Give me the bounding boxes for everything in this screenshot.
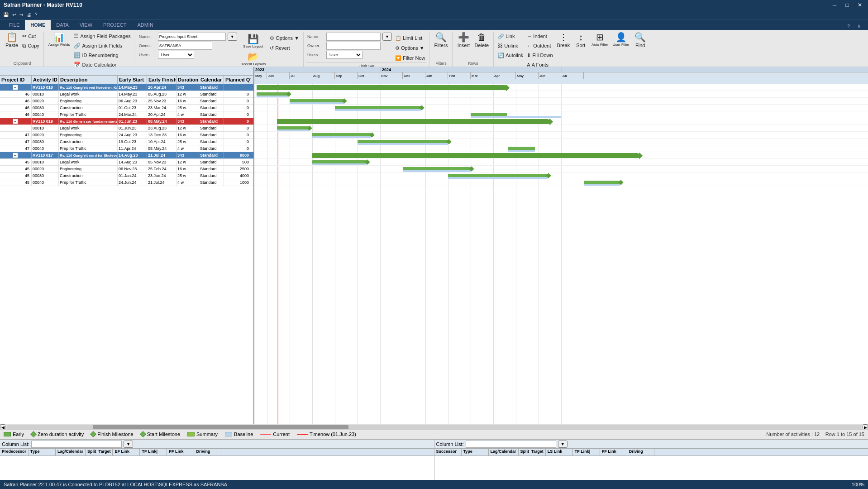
table-row[interactable]: 47 00020 Engineering 24.Aug.23 13.Dec.23…	[0, 132, 253, 139]
filter-now-button[interactable]: 🔽 Filter Now	[394, 53, 427, 62]
layout-users-select[interactable]: User	[158, 51, 194, 59]
assign-fields-button[interactable]: 📊 Assign Fields	[47, 32, 72, 48]
delete-button[interactable]: 🗑 Delete	[472, 32, 491, 49]
tab-project[interactable]: PROJECT	[98, 20, 132, 30]
table-row[interactable]: 47 00040 Prep for Traffic 11.Apr.24 08.M…	[0, 145, 253, 152]
qa-redo[interactable]: ↪	[18, 12, 24, 18]
column-list-input-left[interactable]	[31, 441, 122, 448]
layouts-options-button[interactable]: ⚙ Options ▼	[268, 34, 300, 43]
user-filter-button[interactable]: 👤 User Filter	[611, 32, 631, 48]
tab-admin[interactable]: ADMIN	[132, 20, 158, 30]
outdent-icon: ←	[527, 43, 532, 48]
table-row[interactable]: 46 00040 Prep for Traffic 24.Mar.24 20.A…	[0, 111, 253, 118]
predecessor-col: Predecessor	[0, 449, 29, 455]
cut-button[interactable]: ✂ Cut	[21, 32, 41, 41]
expand-icon[interactable]: −	[13, 119, 18, 124]
qa-print[interactable]: 🖨	[25, 12, 33, 18]
horizontal-scrollbar[interactable]	[7, 425, 861, 429]
filters-icon: 🔍	[435, 33, 447, 42]
scrollbar-thumb[interactable]	[93, 425, 349, 429]
copy-button[interactable]: ⧉ Copy	[21, 41, 41, 50]
tab-data[interactable]: DATA	[51, 20, 74, 30]
layout-owner-input[interactable]	[158, 42, 212, 50]
table-row[interactable]: 47 00030 Construction 19.Oct.23 10.Apr.2…	[0, 139, 253, 145]
fill-down-button[interactable]: ⬇ Fill Down	[525, 51, 554, 60]
table-row[interactable]: 00010 Legal work 01.Jun.23 23.Aug.23 12 …	[0, 125, 253, 132]
qa-help[interactable]: ?	[33, 12, 39, 18]
table-row[interactable]: 46 00030 Construction 01.Oct.23 23.Mar.2…	[0, 105, 253, 111]
table-row[interactable]: 45 00020 Engineering 06.Nov.23 25.Feb.24…	[0, 166, 253, 173]
unlink-button[interactable]: ⛓ Unlink	[496, 41, 525, 50]
outdent-button[interactable]: ← Outdent	[525, 41, 554, 50]
table-row[interactable]: − RV110 018 Rv. 110 Gangfelt ved Norveie…	[0, 84, 253, 91]
column-list-input-right[interactable]	[466, 441, 556, 448]
column-list-dropdown-right[interactable]: ▼	[558, 441, 568, 448]
limit-users-select[interactable]: User	[326, 51, 362, 59]
gantt-time-header: 2023 2024 May Jun Jul Aug Sep Oct Nov De…	[254, 67, 868, 84]
split-target-col: Split_Target	[86, 449, 113, 455]
qa-save[interactable]: 💾	[2, 12, 10, 18]
successor-col: Successor	[434, 449, 462, 455]
ls-link-col: LS Link	[546, 449, 573, 455]
tab-home[interactable]: HOME	[25, 20, 51, 30]
table-row[interactable]: − RV110 019 Rv. 110 Ørmen sør fundamenta…	[0, 118, 253, 125]
insert-icon: ➕	[458, 33, 469, 42]
gantt-bar-row	[254, 179, 868, 186]
expand-icon[interactable]: −	[13, 153, 18, 158]
finish-milestone-diamond	[90, 431, 96, 437]
table-row[interactable]: 45 00040 Prep for Traffic 24.Jun.24 21.J…	[0, 179, 253, 186]
sort-button[interactable]: ↕ Sort	[572, 32, 589, 49]
table-row[interactable]: 46 00010 Legal work 14.May.23 05.Aug.23 …	[0, 91, 253, 98]
activity-count: Number of activities : 12	[766, 431, 820, 437]
scroll-right-button[interactable]: ▶	[863, 424, 868, 430]
year-2023: 2023	[254, 67, 381, 72]
table-row[interactable]: 45 00030 Construction 01.Jan.24 23.Jun.2…	[0, 173, 253, 179]
auto-filter-button[interactable]: ⊞ Auto Filter	[590, 32, 610, 48]
autolink-button[interactable]: 🔄 Autolink	[496, 51, 525, 60]
break-button[interactable]: ⋮ Break	[555, 32, 572, 49]
recent-layouts-button[interactable]: 📂 Recent Layouts	[239, 51, 268, 67]
table-row[interactable]: − RV110 017 Rv. 110 Gangfelt nord for Sk…	[0, 152, 253, 159]
insert-button[interactable]: ➕ Insert	[455, 32, 472, 49]
limit-options-icon: ⚙	[395, 45, 400, 51]
limit-list-button[interactable]: 📋 Limit List	[394, 34, 427, 43]
revert-button[interactable]: ↺ Revert	[268, 43, 300, 53]
scroll-left-button[interactable]: ◀	[0, 424, 5, 430]
find-button[interactable]: 🔍 Find	[632, 32, 649, 49]
window-controls[interactable]: ─ □ ✕	[830, 2, 864, 8]
limit-owner-input[interactable]	[326, 42, 381, 50]
gantt-baseline-bar	[448, 177, 548, 179]
expand-icon[interactable]: −	[13, 85, 18, 90]
paste-button[interactable]: 📋 Paste	[4, 32, 20, 49]
ribbon-minimize[interactable]: ∧	[854, 22, 864, 30]
layout-name-dropdown[interactable]: ▼	[228, 33, 237, 41]
limit-options-button[interactable]: ⚙ Options ▼	[394, 43, 427, 53]
limit-name-input[interactable]	[326, 33, 381, 41]
assign-link-fields-button[interactable]: 🔗 Assign Link Fields	[72, 41, 132, 50]
column-list-dropdown-left[interactable]: ▼	[124, 441, 133, 448]
limit-name-dropdown[interactable]: ▼	[382, 33, 392, 41]
tab-file[interactable]: FILE	[4, 20, 25, 30]
ribbon-help[interactable]: ?	[844, 23, 854, 30]
layout-name-input[interactable]	[158, 33, 226, 41]
predecessor-panel-body	[0, 456, 434, 480]
id-renumbering-button[interactable]: 🔢 ID Renumbering	[72, 51, 132, 60]
link-button[interactable]: 🔗 Link	[496, 32, 525, 41]
table-row[interactable]: 46 00020 Engineering 06.Aug.23 25.Nov.23…	[0, 98, 253, 105]
editing-group: 🔗 Link ⛓ Unlink 🔄 Autolink → Indent	[495, 32, 651, 67]
tab-view[interactable]: VIEW	[74, 20, 98, 30]
save-layout-button[interactable]: 💾 Save Layout	[241, 34, 265, 49]
gantt-chart	[254, 84, 868, 424]
maximize-button[interactable]: □	[843, 2, 852, 8]
filters-button[interactable]: 🔍 Filters	[432, 32, 449, 49]
zero-duration-label: Zero duration activity	[38, 431, 84, 437]
assign-field-packages-button[interactable]: ☰ Assign Field Packages	[72, 32, 132, 41]
close-button[interactable]: ✕	[855, 2, 864, 8]
minimize-button[interactable]: ─	[830, 2, 839, 8]
qa-undo[interactable]: ↩	[11, 12, 17, 18]
gantt-bar-row	[254, 105, 868, 111]
legend-timenow: Timenow (01.Jun.23)	[297, 431, 356, 437]
table-row[interactable]: 45 00010 Legal work 14.Aug.23 05.Nov.23 …	[0, 159, 253, 166]
gantt-month-row: May Jun Jul Aug Sep Oct Nov Dec Jan Feb …	[254, 72, 868, 79]
indent-button[interactable]: → Indent	[525, 32, 554, 41]
